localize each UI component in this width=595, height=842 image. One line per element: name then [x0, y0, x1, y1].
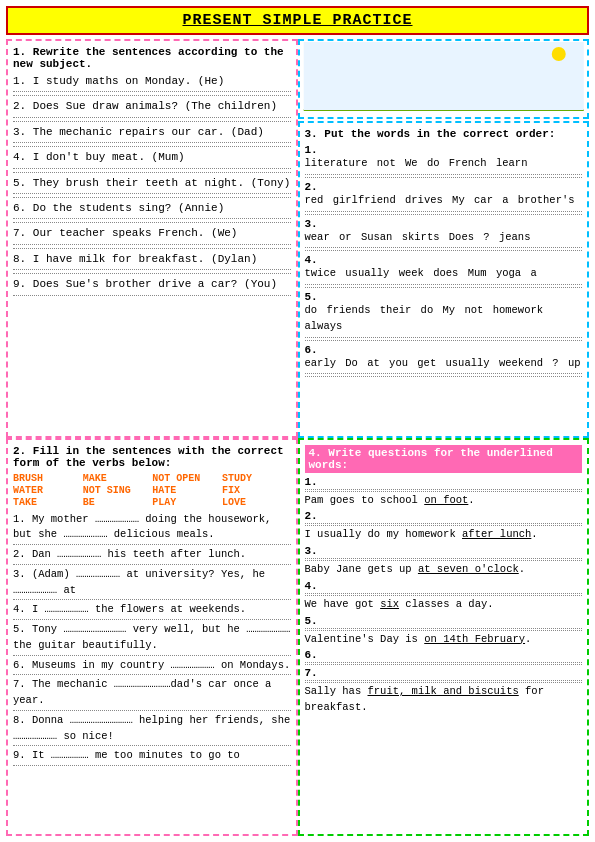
underlined-text: six — [380, 598, 399, 610]
ex3-item-num: 2. — [305, 181, 583, 193]
dotted-line — [13, 146, 291, 147]
dotted-line — [305, 287, 583, 288]
vocab-word: NOT OPEN — [152, 473, 221, 484]
dotted-line — [305, 682, 583, 683]
underlined-text: on 14th February — [424, 633, 525, 645]
dotted-line — [13, 745, 291, 746]
ex4-item-num: 3. — [305, 545, 583, 557]
ex3-item-words: wear or Susan skirts Does ? jeans — [305, 230, 583, 246]
ex3-items: 1.literature not We do French learn2.red… — [305, 144, 583, 377]
ex3-item-words: red girlfriend drives My car a brother's — [305, 193, 583, 209]
dotted-line — [305, 595, 583, 596]
dotted-line — [305, 662, 583, 663]
ex3-item-num: 4. — [305, 254, 583, 266]
exercise-1: 1. Rewrite the sentences according to th… — [6, 39, 298, 438]
list-item: 1. I study maths on Monday. (He) — [13, 74, 291, 89]
dotted-line — [305, 337, 583, 338]
exercise-3: 3. Put the words in the correct order: 1… — [298, 121, 590, 438]
ex4-item-text: I usually do my homework after lunch. — [305, 527, 583, 543]
list-item: 4. I ………………… the flowers at weekends. — [13, 602, 291, 618]
dotted-line — [305, 523, 583, 524]
ex4-item-num: 4. — [305, 580, 583, 592]
underlined-text: after lunch — [462, 528, 531, 540]
ex2-sentences: 1. My mother ………………… doing the housework… — [13, 512, 291, 767]
page-title: PRESENT SIMPLE PRACTICE — [12, 12, 583, 29]
dotted-line — [305, 560, 583, 561]
dotted-line — [305, 491, 583, 492]
dotted-line — [13, 248, 291, 249]
dotted-line — [305, 340, 583, 341]
list-item: 8. Donna ………………………… helping her friends,… — [13, 713, 291, 745]
vocab-word: STUDY — [222, 473, 291, 484]
ex2-instruction: 2. Fill in the sentences with the correc… — [13, 445, 291, 469]
ex3-item-words: do friends their do My not homework alwa… — [305, 303, 583, 335]
dotted-line — [305, 628, 583, 629]
list-item: 5. They brush their teeth at night. (Ton… — [13, 176, 291, 191]
dotted-line — [13, 269, 291, 270]
underlined-text: fruit, milk and biscuits — [368, 685, 519, 697]
ex1-instruction: 1. Rewrite the sentences according to th… — [13, 46, 291, 70]
dotted-line — [305, 664, 583, 665]
ex4-item-text: Sally has fruit, milk and biscuits for b… — [305, 684, 583, 716]
ex4-item-text: Baby Jane gets up at seven o'clock. — [305, 562, 583, 578]
dotted-line — [13, 95, 291, 96]
dotted-line — [13, 273, 291, 274]
dotted-line — [305, 214, 583, 215]
list-item: 7. The mechanic ………………………dad's car once … — [13, 677, 291, 709]
underlined-text: on foot — [424, 494, 468, 506]
list-item: 3. (Adam) ………………… at university? Yes, he… — [13, 567, 291, 599]
ex4-item-text: Pam goes to school on foot. — [305, 493, 583, 509]
dotted-line — [305, 630, 583, 631]
ex4-item-text: Valentine's Day is on 14th February. — [305, 632, 583, 648]
list-item: 2. Does Sue draw animals? (The children) — [13, 99, 291, 114]
vocab-word: MAKE — [83, 473, 152, 484]
dotted-line — [305, 174, 583, 175]
vocab-word: WATER — [13, 485, 82, 496]
dotted-line — [13, 222, 291, 223]
dotted-line — [13, 544, 291, 545]
vocab-word: TAKE — [13, 497, 82, 508]
dotted-line — [305, 250, 583, 251]
dotted-line — [305, 593, 583, 594]
ex4-items: 1.Pam goes to school on foot.2.I usually… — [305, 476, 583, 716]
dotted-line — [13, 674, 291, 675]
list-item: 2. Dan ………………… his teeth after lunch. — [13, 547, 291, 563]
dotted-line — [305, 376, 583, 377]
vocab-word: HATE — [152, 485, 221, 496]
list-item: 4. I don't buy meat. (Mum) — [13, 150, 291, 165]
vocab-word: FIX — [222, 485, 291, 496]
dotted-line — [13, 168, 291, 169]
ex4-item-num: 6. — [305, 649, 583, 661]
dotted-line — [13, 295, 291, 296]
list-item: 6. Do the students sing? (Annie) — [13, 201, 291, 216]
ex4-instruction: 4. Write questions for the underlined wo… — [305, 445, 583, 473]
ex4-item-num: 2. — [305, 510, 583, 522]
list-item: 9. Does Sue's brother drive a car? (You) — [13, 277, 291, 292]
dotted-line — [13, 655, 291, 656]
word-col: NOT OPENHATEPLAY — [152, 473, 221, 508]
dotted-line — [13, 197, 291, 198]
vocab-word: BRUSH — [13, 473, 82, 484]
dotted-line — [13, 765, 291, 766]
ex1-sentences: 1. I study maths on Monday. (He) 2. Does… — [13, 74, 291, 296]
ex3-item-num: 6. — [305, 344, 583, 356]
ex3-item-words: literature not We do French learn — [305, 156, 583, 172]
list-item: 5. Tony ………………………… very well, but he ………… — [13, 622, 291, 654]
ex3-item-num: 1. — [305, 144, 583, 156]
word-list: BRUSHWATERTAKEMAKENOT SINGBENOT OPENHATE… — [13, 473, 291, 508]
title-section: PRESENT SIMPLE PRACTICE — [6, 6, 589, 35]
dotted-line — [13, 121, 291, 122]
cartoon-svg — [300, 42, 588, 117]
cartoon-image — [298, 39, 590, 119]
ex4-item-num: 7. — [305, 667, 583, 679]
vocab-word: LOVE — [222, 497, 291, 508]
vocab-word: BE — [83, 497, 152, 508]
dotted-line — [13, 218, 291, 219]
dotted-line — [13, 91, 291, 92]
dotted-line — [305, 558, 583, 559]
svg-rect-35 — [303, 42, 583, 110]
exercise-2: 2. Fill in the sentences with the correc… — [6, 438, 298, 837]
ex4-item-num: 1. — [305, 476, 583, 488]
underlined-text: at seven o'clock — [418, 563, 519, 575]
list-item: 8. I have milk for breakfast. (Dylan) — [13, 252, 291, 267]
